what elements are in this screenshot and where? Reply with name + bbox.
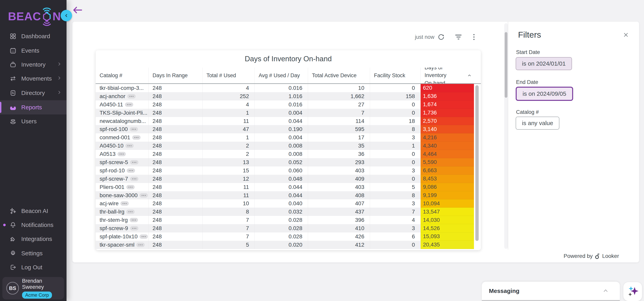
sidebar-item-label: Events — [21, 47, 39, 54]
column-header-total-used[interactable]: Total # Used — [202, 68, 255, 83]
messaging-drawer[interactable]: Messaging — [482, 282, 620, 301]
sidebar-collapse-button[interactable] — [60, 10, 72, 21]
people-icon — [10, 118, 16, 125]
user-card[interactable]: BS Brendan Sweeney Acme Corp — [2, 277, 64, 299]
catalog-more-button[interactable] — [140, 234, 148, 239]
days-on-hand-cell: 4,464 — [420, 150, 474, 158]
days-on-hand-cell: 8,453 — [420, 175, 474, 183]
close-icon — [622, 32, 629, 38]
days-in-range-cell: 248 — [148, 133, 202, 142]
days-on-hand-cell: 1,636 — [420, 92, 474, 101]
refresh-button[interactable] — [438, 34, 444, 41]
avg-used-cell: 0.028 — [255, 224, 308, 232]
sidebar-item-reports[interactable]: Reports — [0, 100, 66, 114]
catalog-more-button[interactable] — [130, 218, 138, 222]
column-header-line1: Days of Inventory — [424, 68, 446, 78]
sidebar-item-events[interactable]: Events — [0, 44, 66, 58]
table-row: acj-wire 248 10 0.040 407 3 10,094 — [96, 199, 481, 208]
column-header-total-active[interactable]: Total Active Device — [308, 68, 370, 83]
sidebar-item-beacon-ai[interactable]: Beacon AI — [0, 204, 66, 218]
catalog-more-button[interactable] — [130, 160, 138, 164]
table-scrollbar-thumb[interactable] — [475, 85, 479, 241]
catalog-cell: spf-screw-9 — [96, 224, 148, 232]
days-in-range-cell: 248 — [148, 84, 202, 92]
catalog-more-button[interactable] — [120, 201, 129, 206]
facility-stock-cell: 3 — [370, 133, 420, 142]
catalog-cell: A0450-10 — [96, 142, 148, 150]
facility-stock-cell: 3 — [370, 199, 420, 208]
facility-stock-cell: 158 — [370, 92, 420, 101]
facility-stock-cell: 0 — [370, 158, 420, 166]
last-refreshed-label: just now — [415, 34, 434, 40]
catalog-more-button[interactable] — [136, 243, 145, 247]
looker-footer: Powered by Looker — [72, 250, 639, 262]
catalog-more-button[interactable] — [130, 177, 138, 181]
refresh-icon — [438, 34, 444, 41]
days-on-hand-cell: 1,736 — [420, 109, 474, 117]
catalog-more-button[interactable] — [127, 168, 135, 173]
chevron-up-icon — [602, 287, 609, 294]
filter-chip-end-date[interactable]: is on 2024/09/05 — [516, 87, 573, 101]
catalog-more-button[interactable] — [130, 226, 138, 230]
catalog-more-button[interactable] — [126, 185, 135, 189]
total-active-device-cell: 27 — [308, 101, 370, 109]
catalog-more-button[interactable] — [132, 135, 140, 140]
gear-icon — [10, 250, 16, 257]
filter-button[interactable] — [455, 35, 462, 39]
document-icon — [10, 89, 16, 97]
filters-close-button[interactable] — [622, 32, 629, 39]
catalog-more-button[interactable] — [126, 144, 134, 148]
content-scrollbar-thumb[interactable] — [505, 32, 508, 98]
sidebar-item-movements[interactable]: Movements — [0, 72, 66, 86]
chevron-right-icon — [57, 75, 62, 82]
days-on-hand-cell: 10,094 — [420, 199, 474, 208]
sidebar-item-directory[interactable]: Directory — [0, 86, 66, 100]
column-header-facility-stock[interactable]: Facility Stock — [370, 68, 420, 83]
days-in-range-cell: 248 — [148, 150, 202, 158]
days-in-range-cell: 248 — [148, 92, 202, 101]
catalog-more-button[interactable] — [140, 193, 148, 198]
ai-assistant-button[interactable] — [623, 282, 642, 301]
catalog-cell: tkr-spacer-sml — [96, 241, 148, 249]
back-button[interactable] — [72, 6, 83, 15]
sidebar-item-inventory[interactable]: Inventory — [0, 58, 66, 72]
dashboard-region: just now Days of Inventory On-hand Catal… — [72, 22, 639, 262]
column-header-days-in-range[interactable]: Days In Range — [148, 68, 202, 83]
calendar-icon — [10, 47, 16, 54]
sidebar-item-notifications[interactable]: Notifications — [0, 218, 66, 232]
days-on-hand-cell: 6,663 — [420, 166, 474, 175]
catalog-number: conmed-001 — [100, 134, 130, 141]
sort-ascending-icon — [467, 73, 472, 78]
sidebar-item-logout[interactable]: Log Out — [0, 260, 66, 274]
days-in-range-cell: 248 — [148, 183, 202, 191]
catalog-more-button[interactable] — [118, 152, 126, 156]
column-header-catalog[interactable]: Catalog # — [96, 68, 148, 83]
column-header-days-on-hand[interactable]: Days of InventoryOn-hand — [420, 68, 474, 83]
sidebar-item-users[interactable]: Users — [0, 114, 66, 128]
sidebar-item-integrations[interactable]: Integrations — [0, 232, 66, 246]
sidebar-item-settings[interactable]: Settings — [0, 246, 66, 260]
total-active-device-cell: 426 — [308, 232, 370, 241]
catalog-more-button[interactable] — [127, 94, 136, 99]
days-in-range-cell: 248 — [148, 232, 202, 241]
sidebar-item-label: Inventory — [21, 61, 46, 68]
filter-label-end-date: End Date — [516, 79, 538, 85]
catalog-more-button[interactable] — [125, 102, 133, 107]
facility-stock-cell: 0 — [370, 241, 420, 249]
catalog-number: spf-screw-9 — [100, 225, 128, 231]
catalog-more-button[interactable] — [126, 210, 135, 214]
transfer-arrows-icon — [10, 75, 16, 82]
page: BEAC N Dashboard Events — [0, 0, 644, 301]
avg-used-cell: 0.004 — [255, 133, 308, 142]
expand-messaging-button[interactable] — [602, 287, 609, 295]
filter-chip-catalog[interactable]: is any value — [516, 117, 559, 130]
total-active-device-cell: 407 — [308, 199, 370, 208]
table-row: tkr-spacer-sml 248 5 0.020 412 0 20,435 — [96, 241, 481, 249]
sidebar-item-dashboard[interactable]: Dashboard — [0, 29, 66, 43]
total-active-device-cell: 35 — [308, 142, 370, 150]
column-header-avg-used[interactable]: Avg # Used / Day — [255, 68, 308, 83]
more-options-button[interactable] — [473, 34, 474, 40]
catalog-more-button[interactable] — [130, 127, 138, 131]
days-in-range-cell: 248 — [148, 109, 202, 117]
filter-chip-start-date[interactable]: is on 2024/01/01 — [516, 57, 572, 70]
